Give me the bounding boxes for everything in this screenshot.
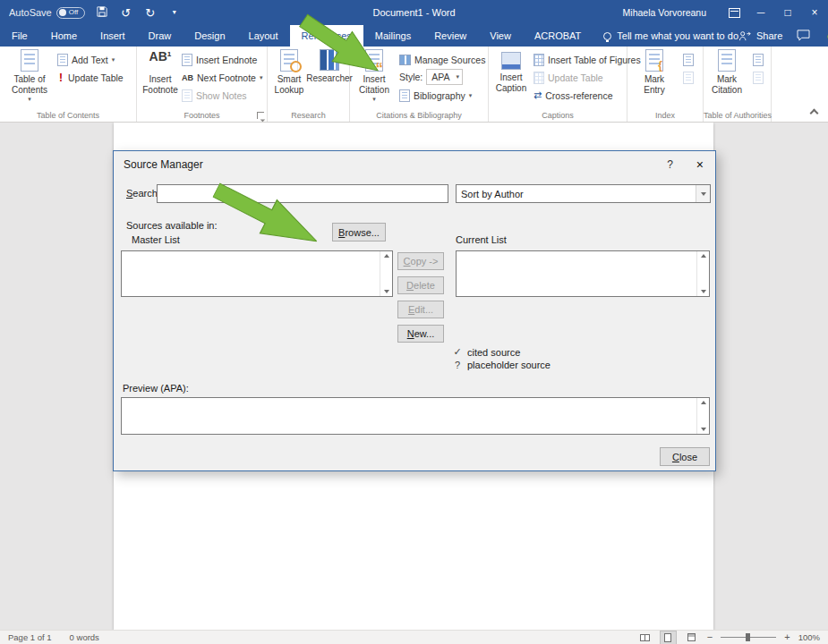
checkmark-icon: ✓ <box>453 346 462 358</box>
tab-layout[interactable]: Layout <box>237 25 290 47</box>
print-layout-button[interactable] <box>661 631 676 644</box>
customize-qat-dropdown[interactable]: ▾ <box>167 9 182 16</box>
scroll-up-icon[interactable] <box>384 254 389 258</box>
browse-button[interactable]: Browse... <box>332 223 386 242</box>
ribbon-tab-bar: File Home Insert Draw Design Layout Refe… <box>0 25 828 47</box>
insert-table-of-figures-button[interactable]: Insert Table of Figures <box>534 52 641 67</box>
maximize-button[interactable]: □ <box>774 0 801 25</box>
share-label: Share <box>756 30 782 41</box>
master-list-scrollbar[interactable] <box>380 251 392 296</box>
add-text-icon <box>57 54 68 66</box>
scroll-down-icon[interactable] <box>701 428 706 431</box>
share-button[interactable]: Share <box>738 30 782 42</box>
read-mode-button[interactable] <box>637 631 653 644</box>
zoom-level[interactable]: 100% <box>798 632 820 642</box>
title-bar: AutoSave Off ↺ ↻ ▾ Document1 - Word Miha… <box>0 0 828 25</box>
next-footnote-button[interactable]: AB Next Footnote ▾ <box>182 70 262 85</box>
insert-table-of-authorities-icon <box>753 54 764 66</box>
tab-view[interactable]: View <box>478 25 523 47</box>
preview-scrollbar[interactable] <box>696 398 709 434</box>
autosave-control[interactable]: AutoSave Off <box>9 7 85 19</box>
dialog-title: Source Manager <box>124 158 203 171</box>
bibliography-button[interactable]: Bibliography ▾ <box>399 88 472 103</box>
tab-design[interactable]: Design <box>183 25 236 47</box>
group-table-of-contents: Table of Contents ▾ Add Text ▾ ! Update … <box>0 47 137 122</box>
cross-reference-button[interactable]: ⇄ Cross-reference <box>534 88 613 103</box>
insert-caption-button[interactable]: Insert Caption <box>491 49 532 94</box>
collapse-ribbon-icon[interactable] <box>810 109 819 118</box>
master-list-box[interactable] <box>121 250 393 297</box>
dropdown-icon: ▾ <box>457 73 460 80</box>
dialog-help-button[interactable]: ? <box>667 158 673 171</box>
status-bar-left: Page 1 of 1 0 words <box>8 632 99 642</box>
zoom-slider-thumb[interactable] <box>746 633 750 641</box>
scroll-up-icon[interactable] <box>701 401 706 404</box>
update-table-button[interactable]: ! Update Table <box>57 70 124 85</box>
dialog-title-bar[interactable]: Source Manager <box>114 151 715 178</box>
sort-dropdown[interactable]: Sort by Author <box>456 184 711 203</box>
close-button[interactable]: Close <box>660 447 710 466</box>
tab-review[interactable]: Review <box>423 25 478 47</box>
undo-button[interactable]: ↺ <box>119 7 133 19</box>
add-text-button[interactable]: Add Text ▾ <box>57 52 115 67</box>
style-combo[interactable]: APA ▾ <box>426 69 463 85</box>
user-name[interactable]: Mihaela Vorvoreanu <box>623 7 706 18</box>
zoom-slider[interactable] <box>721 637 776 638</box>
mark-citation-button[interactable]: Mark Citation <box>704 49 750 96</box>
minimize-button[interactable]: ─ <box>747 0 774 25</box>
mark-citation-icon <box>718 49 736 72</box>
close-window-button[interactable]: × <box>801 0 828 25</box>
update-table-of-authorities-icon <box>753 72 764 84</box>
print-layout-icon <box>664 633 671 642</box>
ribbon-display-options-button[interactable] <box>721 0 747 25</box>
status-bar: Page 1 of 1 0 words − + 100% <box>0 630 828 644</box>
scroll-down-icon[interactable] <box>701 290 706 293</box>
sort-dropdown-arrow[interactable] <box>696 185 710 202</box>
manage-sources-button[interactable]: Manage Sources <box>399 52 485 67</box>
tab-draw[interactable]: Draw <box>137 25 184 47</box>
dropdown-icon: ▾ <box>372 96 376 103</box>
footnotes-dialog-launcher-icon[interactable] <box>257 112 264 119</box>
insert-index-button[interactable] <box>679 52 698 68</box>
current-list-box[interactable] <box>456 250 710 297</box>
status-bar-right: − + 100% <box>637 631 820 644</box>
group-authorities: Mark Citation Table of Authorities <box>704 47 772 122</box>
save-button[interactable] <box>95 6 109 19</box>
zoom-in-button[interactable]: + <box>784 632 790 642</box>
scroll-up-icon[interactable] <box>701 254 706 258</box>
redo-button[interactable]: ↻ <box>143 7 158 19</box>
insert-footnote-button[interactable]: AB¹ Insert Footnote <box>141 49 180 96</box>
question-mark-icon: ? <box>453 360 462 370</box>
group-label-index: Index <box>627 111 703 120</box>
tab-home[interactable]: Home <box>39 25 89 47</box>
update-table-captions-icon <box>534 72 544 84</box>
tab-file[interactable]: File <box>0 25 39 47</box>
preview-label: Preview (APA): <box>123 383 189 394</box>
tell-me-box[interactable]: Tell me what you want to do <box>603 25 738 47</box>
smart-lookup-button[interactable]: Smart Lookup <box>269 49 309 96</box>
word-count[interactable]: 0 words <box>70 632 99 642</box>
mark-entry-button[interactable]: Mark Entry <box>633 49 676 96</box>
dropdown-icon: ▾ <box>28 96 31 103</box>
autosave-toggle[interactable]: Off <box>56 7 85 19</box>
insert-endnote-button[interactable]: Insert Endnote <box>182 52 257 67</box>
preview-box[interactable] <box>121 397 710 435</box>
copy-button: Copy -> <box>397 252 444 270</box>
tab-acrobat[interactable]: ACROBAT <box>523 25 593 47</box>
insert-table-of-figures-icon <box>534 54 544 66</box>
page-indicator[interactable]: Page 1 of 1 <box>8 632 52 642</box>
feedback-smiley-icon[interactable]: ☺ <box>824 30 828 42</box>
insert-table-of-authorities-button[interactable] <box>748 52 768 68</box>
table-of-contents-button[interactable]: Table of Contents ▾ <box>4 49 55 103</box>
tab-insert[interactable]: Insert <box>89 25 137 47</box>
scroll-down-icon[interactable] <box>384 290 389 293</box>
new-button[interactable]: New... <box>397 325 444 343</box>
group-label-footnotes: Footnotes <box>137 111 267 120</box>
dialog-close-icon[interactable]: × <box>696 157 704 172</box>
web-layout-button[interactable] <box>684 631 699 644</box>
sources-available-label: Sources available in: <box>126 220 218 231</box>
search-input[interactable] <box>157 184 448 203</box>
comments-button[interactable] <box>797 30 810 43</box>
current-list-scrollbar[interactable] <box>696 251 709 296</box>
zoom-out-button[interactable]: − <box>707 632 713 642</box>
